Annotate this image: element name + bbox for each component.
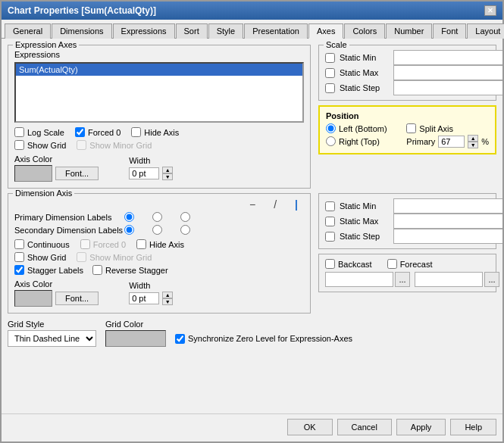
dim-static-min-row: Static Min xyxy=(325,198,490,214)
font-button[interactable]: Font... xyxy=(55,167,99,180)
prim-radio-1[interactable] xyxy=(124,212,134,222)
backcast-check[interactable]: Backcast xyxy=(325,259,372,269)
grid-style-select[interactable]: Thin Dashed Line Solid Line Dashed Line … xyxy=(8,330,96,347)
axis-color-group: Axis Color Font... xyxy=(14,154,99,182)
expression-item[interactable]: Sum(ActualQty) xyxy=(16,64,302,76)
dimension-axis-label: Dimension Axis xyxy=(13,189,74,198)
static-max-input[interactable] xyxy=(393,65,502,80)
dim-spin-down[interactable]: ▼ xyxy=(162,298,173,305)
forecast-input-group: ... xyxy=(415,272,499,287)
tab-colors[interactable]: Colors xyxy=(344,23,385,39)
bottom-bar: Grid Style Thin Dashed Line Solid Line D… xyxy=(8,320,496,347)
tab-font[interactable]: Font xyxy=(433,23,466,39)
axis-color-box[interactable] xyxy=(14,165,52,182)
forecast-btn[interactable]: ... xyxy=(484,272,499,287)
position-title: Position xyxy=(326,111,489,120)
grid-color-box[interactable] xyxy=(105,330,166,347)
show-minor-grid-check[interactable]: Show Minor Grid xyxy=(77,140,152,150)
backcast-input[interactable] xyxy=(325,272,393,287)
close-button[interactable]: ✕ xyxy=(484,5,496,16)
dim-show-minor-grid-check[interactable]: Show Minor Grid xyxy=(77,252,152,262)
prim-radio-3[interactable] xyxy=(180,212,190,222)
dim-show-grid-check[interactable]: Show Grid xyxy=(14,252,66,262)
reverse-stagger-check[interactable]: Reverse Stagger xyxy=(92,265,168,275)
tab-layout[interactable]: Layout xyxy=(467,23,504,39)
primary-input[interactable] xyxy=(438,136,465,148)
dim-hide-axis-check[interactable]: Hide Axis xyxy=(136,239,184,249)
dim-grid-row: Show Grid Show Minor Grid xyxy=(14,252,304,262)
dim-static-max-input[interactable] xyxy=(393,214,502,229)
dim-static-step-input[interactable] xyxy=(393,229,502,244)
sync-check[interactable]: Synchronize Zero Level for Expression-Ax… xyxy=(175,334,496,344)
ok-button[interactable]: OK xyxy=(287,419,333,435)
dim-spin-up[interactable]: ▲ xyxy=(162,292,173,298)
backcast-btn[interactable]: ... xyxy=(395,272,410,287)
spin-up[interactable]: ▲ xyxy=(162,167,173,173)
tabs-bar: General Dimensions Expressions Sort Styl… xyxy=(2,20,502,39)
tab-sort[interactable]: Sort xyxy=(176,23,208,39)
primary-spin-up[interactable]: ▲ xyxy=(468,135,478,142)
static-max-check[interactable] xyxy=(325,68,335,78)
dim-static-max-row: Static Max xyxy=(325,214,490,229)
tab-presentation[interactable]: Presentation xyxy=(244,23,308,39)
dim-forced-0-check[interactable]: Forced 0 xyxy=(80,239,126,249)
help-button[interactable]: Help xyxy=(450,419,496,435)
log-scale-check[interactable]: Log Scale xyxy=(14,127,64,137)
sec-radio-3[interactable] xyxy=(180,225,190,235)
dim-font-button[interactable]: Font... xyxy=(55,292,99,305)
title-bar: Chart Properties [Sum(ActualQty)] ✕ xyxy=(2,2,502,20)
dim-static-min-input[interactable] xyxy=(393,198,502,214)
cancel-button[interactable]: Cancel xyxy=(337,419,392,435)
dim-axis-color-group: Axis Color Font... xyxy=(14,279,99,307)
left-bottom-radio[interactable]: Left (Bottom) xyxy=(326,123,387,133)
backcast-labels: Backcast Forecast xyxy=(325,259,490,269)
expr-grid-row: Show Grid Show Minor Grid xyxy=(14,140,304,150)
slash-icon: / xyxy=(274,198,277,211)
width-input[interactable] xyxy=(129,167,159,179)
primary-spin-down[interactable]: ▼ xyxy=(468,142,478,148)
static-min-input[interactable] xyxy=(393,50,502,65)
primary-dim-row: Primary Dimension Labels xyxy=(14,212,304,222)
stagger-labels-check[interactable]: Stagger Labels xyxy=(14,265,83,275)
split-axis-check[interactable]: Split Axis xyxy=(406,123,489,133)
expressions-list[interactable]: Sum(ActualQty) xyxy=(14,62,304,123)
static-step-check[interactable] xyxy=(325,83,335,93)
dim-width-input[interactable] xyxy=(129,292,159,304)
show-grid-check[interactable]: Show Grid xyxy=(14,140,66,150)
right-top-radio[interactable]: Right (Top) xyxy=(326,136,387,146)
continuous-check[interactable]: Continuous xyxy=(14,239,70,249)
tab-number[interactable]: Number xyxy=(386,23,432,39)
backcast-group: Backcast Forecast ... ... xyxy=(318,254,496,292)
tab-style[interactable]: Style xyxy=(208,23,243,39)
static-step-input[interactable] xyxy=(393,80,502,95)
dim-static-max-check[interactable] xyxy=(325,217,335,226)
spin-down[interactable]: ▼ xyxy=(162,173,173,180)
dim-right-panel: Static Min Static Max Static Step xyxy=(318,193,496,314)
tab-general[interactable]: General xyxy=(5,23,51,39)
dim-color-box[interactable] xyxy=(14,290,52,307)
forecast-check[interactable]: Forecast xyxy=(387,259,433,269)
hide-axis-check[interactable]: Hide Axis xyxy=(131,127,179,137)
apply-button[interactable]: Apply xyxy=(396,419,446,435)
sec-radio-1[interactable] xyxy=(124,225,134,235)
forced-0-check[interactable]: Forced 0 xyxy=(75,127,121,137)
dim-width-group: Width ▲ ▼ xyxy=(129,281,173,305)
dim-static-step-label: Static Step xyxy=(340,232,389,241)
tab-expressions[interactable]: Expressions xyxy=(113,23,175,39)
dim-column-headers: − / | xyxy=(14,198,304,211)
tab-dimensions[interactable]: Dimensions xyxy=(52,23,111,39)
static-min-check[interactable] xyxy=(325,53,335,63)
split-axis-section: Split Axis Primary ▲ ▼ % xyxy=(406,123,489,148)
right-panel: Scale Static Min Static Max Static Step xyxy=(318,45,496,189)
dim-static-step-check[interactable] xyxy=(325,232,335,242)
dim-scale-group: Static Min Static Max Static Step xyxy=(318,193,496,249)
dim-static-min-check[interactable] xyxy=(325,201,335,211)
prim-radio-2[interactable] xyxy=(152,212,162,222)
dim-width-spinner: ▲ ▼ xyxy=(162,292,173,305)
static-min-label: Static Min xyxy=(340,53,389,62)
tab-axes[interactable]: Axes xyxy=(308,23,343,39)
sec-radio-2[interactable] xyxy=(152,225,162,235)
static-min-row: Static Min xyxy=(325,50,490,65)
static-max-row: Static Max xyxy=(325,65,490,80)
forecast-input[interactable] xyxy=(415,272,483,287)
